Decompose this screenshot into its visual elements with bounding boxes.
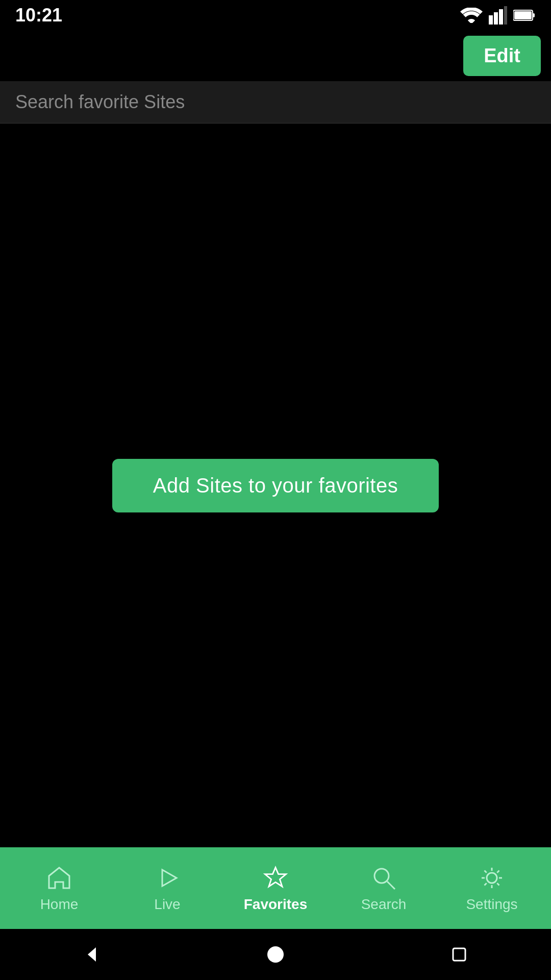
nav-label-search: Search [361,896,407,913]
bottom-nav: Home Live Favorites Search Settings [0,847,551,929]
svg-rect-6 [514,11,532,19]
nav-label-live: Live [154,896,180,913]
signal-icon [489,6,507,24]
nav-item-favorites[interactable]: Favorites [221,864,330,913]
svg-line-10 [387,881,395,889]
nav-label-home: Home [40,896,79,913]
status-icons [460,6,536,24]
favorites-icon [261,864,290,892]
svg-rect-14 [453,948,465,961]
live-icon [153,864,182,892]
svg-marker-7 [162,870,177,886]
status-time: 10:21 [15,5,62,26]
svg-rect-0 [489,15,493,24]
status-bar: 10:21 [0,0,551,31]
search-input[interactable] [15,91,536,113]
nav-label-settings: Settings [466,896,517,913]
svg-rect-2 [499,9,503,24]
svg-point-13 [267,946,284,963]
nav-label-favorites: Favorites [244,896,308,913]
svg-marker-8 [265,867,286,886]
nav-item-search[interactable]: Search [330,864,438,913]
home-icon [45,864,73,892]
add-favorites-button[interactable]: Add Sites to your favorites [112,459,439,512]
nav-item-live[interactable]: Live [113,864,221,913]
svg-rect-3 [504,6,507,24]
svg-point-9 [374,869,389,883]
home-button[interactable] [258,937,293,972]
search-container [0,81,551,124]
recents-button[interactable] [441,937,477,972]
settings-icon [478,864,506,892]
system-nav [0,929,551,980]
edit-button[interactable]: Edit [463,36,541,76]
nav-item-settings[interactable]: Settings [438,864,546,913]
svg-point-11 [487,873,497,883]
svg-marker-12 [88,947,96,962]
svg-rect-5 [533,13,535,17]
main-content: Add Sites to your favorites [0,124,551,847]
nav-item-home[interactable]: Home [5,864,113,913]
search-icon [369,864,398,892]
wifi-icon [460,8,483,23]
back-button[interactable] [74,937,110,972]
battery-icon [513,9,536,21]
svg-rect-1 [494,12,498,24]
edit-button-container: Edit [0,31,551,81]
